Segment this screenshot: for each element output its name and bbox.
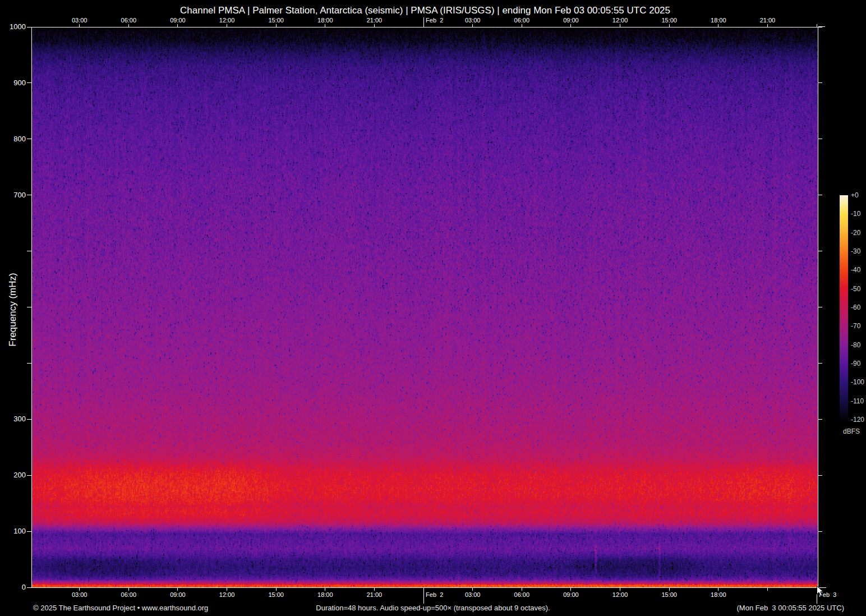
freq-tick-left [27, 82, 31, 83]
top-axis-label: 18:00 [308, 17, 342, 24]
top-axis-tick [522, 24, 522, 27]
top-axis-tick [620, 24, 620, 27]
bottom-axis-tick [177, 588, 178, 591]
freq-tick-label: 800 [0, 135, 26, 143]
frequency-axis-right [818, 27, 824, 587]
freq-tick-left [27, 251, 31, 251]
bottom-axis-label: 15:00 [652, 591, 686, 598]
freq-tick-right [818, 82, 822, 83]
freq-tick-label: 900 [0, 79, 26, 87]
colorbar-tick-label: -120 [851, 416, 864, 424]
colorbar-gradient [840, 195, 848, 420]
top-axis-label: 21:00 [750, 17, 784, 24]
freq-tick-label: 1000 [0, 22, 26, 31]
top-axis-label: 15:00 [652, 17, 686, 24]
top-axis-label: 21:00 [357, 17, 391, 24]
top-axis-label: 12:00 [604, 17, 637, 24]
top-axis-label: 06:00 [112, 17, 145, 24]
top-axis-label: 18:00 [702, 17, 735, 24]
top-axis-label: 09:00 [554, 17, 588, 24]
top-axis-tick [817, 24, 817, 27]
top-axis-tick [227, 24, 227, 27]
bottom-axis-tick [570, 588, 571, 591]
colorbar-tick-label: -90 [851, 360, 860, 367]
freq-tick-label: 700 [0, 191, 26, 199]
top-axis-tick [177, 24, 178, 27]
bottom-axis-label: Feb 2 [426, 591, 443, 598]
colorbar-tick-label: -110 [851, 397, 864, 405]
colorbar-tick-label: -40 [851, 266, 860, 274]
bottom-axis-tick [128, 588, 129, 591]
colorbar-tick-label: -70 [851, 322, 860, 330]
colorbar-tick-label: -60 [851, 304, 860, 311]
spectrogram-canvas [32, 27, 818, 587]
freq-tick-right [818, 195, 822, 195]
freq-tick-left [27, 363, 31, 364]
colorbar-unit: dBFS [841, 427, 862, 435]
freq-tick-left [27, 195, 31, 195]
freq-tick-right [818, 251, 822, 251]
top-axis-label: 03:00 [456, 17, 490, 24]
top-axis-label: Feb 2 [426, 17, 443, 24]
colorbar-tick-label: -20 [851, 229, 860, 237]
bottom-axis-label: 06:00 [505, 591, 538, 598]
bottom-axis-tick [79, 588, 80, 591]
top-axis-tick [669, 24, 670, 27]
bottom-axis-tick [423, 588, 424, 604]
freq-tick-left [27, 27, 31, 27]
bottom-axis-label: 21:00 [357, 591, 391, 598]
bottom-time-axis: 03:0006:0009:0012:0015:0018:0021:00Feb 2… [32, 588, 818, 605]
bottom-axis-label: 12:00 [210, 591, 244, 598]
top-axis-tick [767, 24, 768, 27]
bottom-axis-label: 03:00 [63, 591, 96, 598]
colorbar-tick-label: +0 [851, 191, 859, 199]
mouse-cursor [817, 586, 824, 597]
top-axis-tick [472, 24, 473, 27]
spectrogram-page: Channel PMSA | Palmer Station, Antarctic… [0, 0, 866, 616]
bottom-axis-tick [522, 588, 522, 591]
colorbar-tick-label: -10 [851, 210, 860, 218]
top-axis-label: 12:00 [210, 17, 244, 24]
top-axis-tick [128, 24, 129, 27]
bottom-axis-tick [374, 588, 375, 591]
top-axis-label: 15:00 [259, 17, 293, 24]
bottom-axis-label: 12:00 [604, 591, 637, 598]
top-axis-label: 03:00 [63, 17, 96, 24]
colorbar-tick-label: -80 [851, 341, 860, 349]
colorbar-tick-label: -50 [851, 285, 860, 293]
bottom-axis-tick [767, 588, 768, 591]
freq-tick-right [818, 363, 822, 364]
bottom-axis-tick [718, 588, 718, 591]
freq-tick-label: 200 [0, 471, 26, 479]
freq-tick-left [27, 475, 31, 476]
top-axis-tick [325, 24, 325, 27]
freq-tick-right [818, 419, 822, 420]
freq-tick-left [27, 419, 31, 420]
footer-duration: Duration=48 hours. Audio speed-up=500× (… [0, 604, 866, 612]
footer-timestamp: (Mon Feb 3 00:05:55 2025 UTC) [737, 604, 845, 612]
bottom-axis-label: 03:00 [456, 591, 490, 598]
freq-tick-left [27, 307, 31, 307]
colorbar-tick-label: -100 [851, 378, 864, 386]
bottom-axis-label: 06:00 [112, 591, 145, 598]
top-axis-tick [79, 24, 80, 27]
bottom-axis-label: 18:00 [308, 591, 342, 598]
freq-tick-left [27, 531, 31, 532]
freq-tick-left [27, 139, 31, 139]
bottom-axis-label: 09:00 [554, 591, 588, 598]
frequency-axis-left: 10009008007003002001000 [0, 27, 31, 587]
freq-tick-right [818, 475, 822, 476]
top-axis-tick [570, 24, 571, 27]
top-axis-tick [276, 24, 277, 27]
freq-tick-right [818, 531, 822, 532]
top-axis-label: 06:00 [505, 17, 538, 24]
colorbar-tick-label: -30 [851, 247, 860, 255]
colorbar: +0-10-20-30-40-50-60-70-80-90-100-110-12… [840, 195, 865, 442]
bottom-axis-tick [325, 588, 325, 591]
freq-tick-label: 0 [0, 583, 26, 591]
top-axis-tick [374, 24, 375, 27]
bottom-axis-label: 09:00 [161, 591, 195, 598]
bottom-axis-label: 15:00 [259, 591, 293, 598]
top-axis-label: 09:00 [161, 17, 195, 24]
bottom-axis-tick [472, 588, 473, 591]
